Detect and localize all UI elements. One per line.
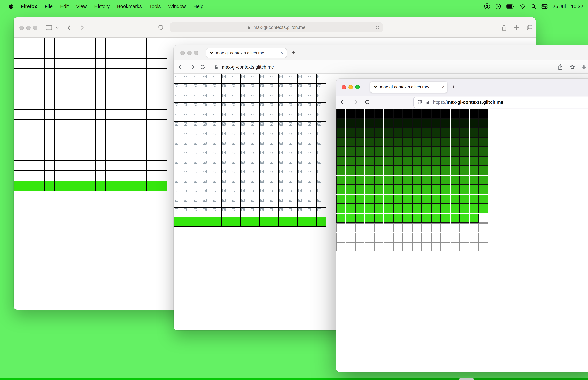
canvas-cell (317, 150, 326, 160)
window-close-button[interactable] (342, 85, 346, 90)
play-status-icon[interactable] (495, 3, 501, 9)
broken-image-icon (270, 142, 273, 145)
tab-close-icon[interactable]: × (281, 51, 284, 55)
chevron-down-icon[interactable] (55, 25, 59, 30)
broken-image-icon (318, 161, 321, 164)
share-icon[interactable] (501, 24, 507, 31)
canvas-cell (157, 69, 167, 78)
menu-edit[interactable]: Edit (56, 3, 72, 9)
lock-icon[interactable] (426, 100, 430, 105)
tab-overview-icon[interactable] (526, 24, 533, 31)
canvas-cell (355, 242, 364, 251)
menu-tools[interactable]: Tools (146, 3, 165, 9)
canvas-cell (403, 185, 412, 194)
window-zoom-button[interactable] (33, 25, 38, 30)
sidebar-toggle-icon[interactable] (45, 24, 52, 31)
canvas-cell (365, 118, 374, 128)
lock-icon[interactable] (214, 64, 218, 69)
back-button[interactable] (178, 64, 184, 70)
forward-button[interactable] (189, 64, 195, 70)
forward-button[interactable] (79, 24, 85, 31)
canvas-cell (203, 208, 212, 217)
grammarly-icon[interactable]: G (484, 3, 490, 9)
extension-puzzle-icon[interactable] (581, 64, 587, 70)
canvas-cell (269, 131, 278, 140)
canvas-cell (65, 171, 75, 181)
canvas-cell (212, 141, 221, 150)
menu-time[interactable]: 10:32 (571, 3, 583, 9)
menu-app-name[interactable]: Firefox (17, 3, 41, 9)
menu-view[interactable]: View (72, 3, 90, 9)
menu-file[interactable]: File (41, 3, 57, 9)
window-minimize-button[interactable] (26, 25, 31, 30)
tracking-shield-icon[interactable] (417, 99, 423, 105)
menu-history[interactable]: History (91, 3, 113, 9)
broken-image-icon (251, 132, 254, 135)
control-center-icon[interactable] (541, 4, 548, 9)
broken-image-icon (289, 103, 292, 107)
reload-icon[interactable] (200, 64, 206, 70)
back-button[interactable] (340, 99, 346, 105)
broken-image-icon (241, 75, 245, 78)
menu-help[interactable]: Help (190, 3, 207, 9)
canvas-cell (403, 223, 412, 232)
canvas-cell (14, 69, 24, 78)
canvas-cell (136, 58, 146, 68)
canvas-cell (14, 181, 24, 191)
window-zoom-button[interactable] (194, 51, 198, 55)
canvas-cell (231, 217, 240, 226)
menu-date[interactable]: 26 Jul (553, 3, 566, 9)
tab-close-icon[interactable]: × (441, 85, 444, 89)
url-bar[interactable]: https://max-gl-contexts.glitch.me (414, 97, 588, 108)
canvas-cell (55, 140, 65, 150)
url-text[interactable]: max-gl-contexts.glitch.me (222, 64, 274, 69)
canvas-cell (374, 195, 383, 204)
canvas-cell (183, 189, 193, 198)
browser-tab[interactable]: ∞ max-gl-contexts.glitch.me × (206, 48, 287, 58)
canvas-cell (14, 120, 24, 130)
window-zoom-button[interactable] (355, 85, 360, 90)
canvas-cell (183, 93, 193, 102)
canvas-cell (126, 38, 136, 48)
share-icon[interactable] (557, 64, 563, 70)
canvas-cell (260, 93, 269, 102)
canvas-cell (96, 110, 106, 119)
browser-tab[interactable]: ∞ max-gl-contexts.glitch.me/ × (370, 82, 447, 93)
window-close-button[interactable] (180, 51, 185, 55)
menu-bookmarks[interactable]: Bookmarks (113, 3, 146, 9)
broken-image-icon (260, 180, 264, 183)
canvas-cell (460, 128, 469, 137)
forward-button[interactable] (352, 99, 358, 105)
canvas-cell (126, 89, 136, 99)
bookmark-star-icon[interactable] (569, 64, 575, 70)
canvas-cell (260, 131, 269, 140)
back-button[interactable] (66, 24, 73, 31)
spotlight-search-icon[interactable] (531, 3, 536, 9)
canvas-cell (279, 150, 288, 160)
broken-image-icon (270, 103, 273, 107)
window-minimize-button[interactable] (187, 51, 191, 55)
canvas-cell (212, 189, 221, 198)
canvas-cell (222, 103, 231, 112)
new-tab-icon[interactable] (513, 24, 520, 30)
new-tab-button[interactable]: + (292, 49, 295, 56)
menu-window[interactable]: Window (165, 3, 190, 9)
privacy-shield-icon[interactable] (158, 24, 164, 31)
canvas-cell (365, 175, 374, 185)
canvas-cell (174, 150, 183, 160)
canvas-cell (45, 110, 55, 119)
battery-icon[interactable] (506, 4, 514, 8)
window-close-button[interactable] (19, 25, 24, 30)
canvas-cell (203, 93, 212, 102)
apple-menu-icon[interactable] (5, 3, 17, 9)
reload-icon[interactable] (364, 99, 370, 105)
reload-icon[interactable] (375, 25, 380, 30)
broken-image-icon (289, 161, 292, 164)
wifi-icon[interactable] (520, 4, 526, 9)
broken-image-icon (318, 84, 321, 87)
canvas-cell (470, 118, 479, 128)
url-field[interactable]: max-gl-contexts.glitch.me (170, 22, 383, 32)
new-tab-button[interactable]: + (452, 84, 455, 91)
canvas-cell (336, 166, 345, 175)
window-minimize-button[interactable] (348, 85, 353, 90)
